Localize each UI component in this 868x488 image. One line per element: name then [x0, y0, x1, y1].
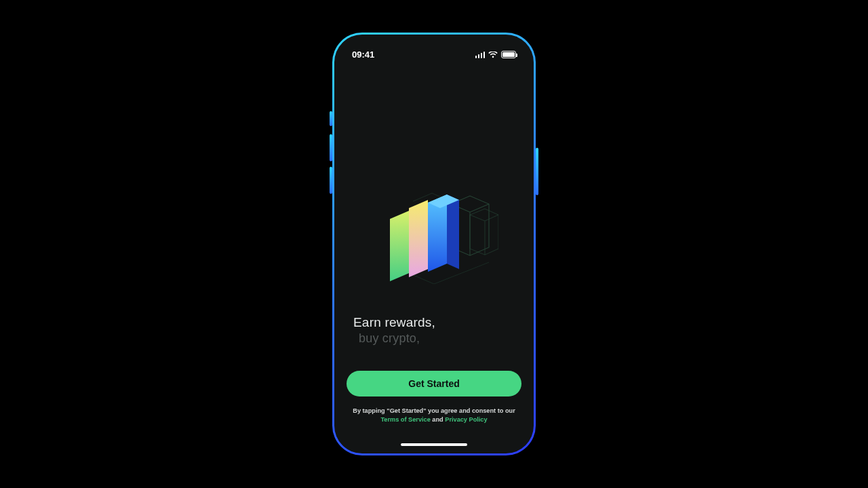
terms-link[interactable]: Terms of Service [380, 416, 430, 423]
phone-frame: 09:41 [332, 33, 536, 455]
legal-prefix: By tapping "Get Started" you agree and c… [353, 407, 515, 414]
tagline-primary: Earn rewards, [353, 315, 515, 330]
get-started-label: Get Started [408, 378, 459, 389]
home-indicator[interactable] [401, 443, 467, 446]
hero-taglines: Earn rewards, buy crypto, [353, 315, 515, 346]
tagline-secondary: buy crypto, [359, 331, 515, 346]
screen: 09:41 [334, 35, 534, 453]
mute-switch [330, 111, 332, 126]
onboarding-screen: Earn rewards, buy crypto, Get Started By… [334, 35, 534, 453]
power-button [536, 148, 538, 195]
legal-joiner: and [432, 416, 443, 423]
hero-bars-illustration [370, 189, 498, 284]
get-started-button[interactable]: Get Started [347, 371, 521, 396]
volume-up-button [330, 134, 332, 161]
privacy-link[interactable]: Privacy Policy [445, 416, 487, 423]
legal-text: By tapping "Get Started" you agree and c… [349, 407, 519, 424]
volume-down-button [330, 167, 332, 194]
